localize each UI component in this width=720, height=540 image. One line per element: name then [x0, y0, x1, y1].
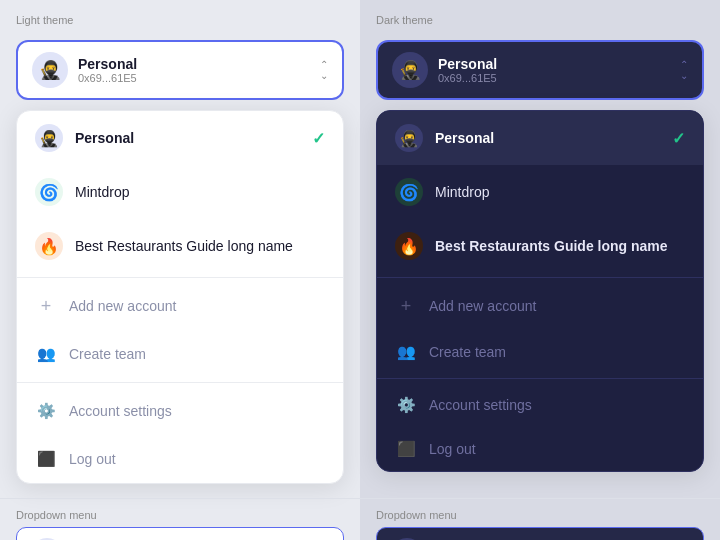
dark-settings-label: Account settings — [429, 397, 532, 413]
light-restaurants-label: Best Restaurants Guide long name — [75, 238, 325, 254]
personal-avatar-light: 🥷 — [35, 124, 63, 152]
check-icon-personal-light: ✓ — [312, 129, 325, 148]
bottom-dark-col: Dropdown menu 🥷 Personal ✓ — [360, 499, 720, 540]
bottom-light-trigger[interactable]: 🥷 Personal ✓ — [16, 527, 344, 540]
light-trigger-button[interactable]: 🥷 Personal 0x69...61E5 ⌃⌄ — [16, 40, 344, 100]
bottom-light-col: Dropdown menu 🥷 Personal ✓ — [0, 499, 360, 540]
divider-dark-1 — [377, 277, 703, 278]
dark-mintdrop-label: Mintdrop — [435, 184, 685, 200]
check-icon-personal-dark: ✓ — [672, 129, 685, 148]
dark-account-personal[interactable]: 🥷 Personal ✓ — [377, 111, 703, 165]
dark-chevron-icon: ⌃⌄ — [680, 59, 688, 81]
light-add-account[interactable]: + Add new account — [17, 282, 343, 330]
bottom-row: Dropdown menu 🥷 Personal ✓ Dropdown menu… — [0, 498, 720, 540]
dark-account-mintdrop[interactable]: 🌀 Mintdrop — [377, 165, 703, 219]
dark-add-account[interactable]: + Add new account — [377, 282, 703, 330]
light-trigger-address: 0x69...61E5 — [78, 72, 310, 84]
light-account-settings[interactable]: ⚙️ Account settings — [17, 387, 343, 435]
dark-create-team[interactable]: 👥 Create team — [377, 330, 703, 374]
bottom-dark-label: Dropdown menu — [376, 509, 704, 521]
light-theme-column: Light theme 🥷 Personal 0x69...61E5 ⌃⌄ 🥷 … — [0, 0, 360, 498]
light-account-restaurants[interactable]: 🔥 Best Restaurants Guide long name — [17, 219, 343, 273]
light-settings-label: Account settings — [69, 403, 172, 419]
dark-dropdown: 🥷 Personal ✓ 🌀 Mintdrop 🔥 Best Restauran… — [376, 110, 704, 472]
dark-trigger-button[interactable]: 🥷 Personal 0x69...61E5 ⌃⌄ — [376, 40, 704, 100]
chevron-updown-icon: ⌃⌄ — [320, 59, 328, 81]
dark-avatar: 🥷 — [392, 52, 428, 88]
plus-icon-light: + — [35, 295, 57, 317]
light-create-team[interactable]: 👥 Create team — [17, 330, 343, 378]
dark-trigger-address: 0x69...61E5 — [438, 72, 670, 84]
team-icon-light: 👥 — [35, 343, 57, 365]
light-mintdrop-label: Mintdrop — [75, 184, 325, 200]
dark-trigger-name: Personal — [438, 56, 670, 72]
restaurants-avatar-dark: 🔥 — [395, 232, 423, 260]
mintdrop-avatar-dark: 🌀 — [395, 178, 423, 206]
bottom-light-label: Dropdown menu — [16, 509, 344, 521]
dark-trigger-info: Personal 0x69...61E5 — [438, 56, 670, 84]
restaurants-avatar-light: 🔥 — [35, 232, 63, 260]
divider-light-2 — [17, 382, 343, 383]
dark-account-restaurants[interactable]: 🔥 Best Restaurants Guide long name — [377, 219, 703, 273]
dark-logout-label: Log out — [429, 441, 476, 457]
light-add-account-label: Add new account — [69, 298, 176, 314]
light-personal-label: Personal — [75, 130, 300, 146]
light-dropdown: 🥷 Personal ✓ 🌀 Mintdrop 🔥 Best Restauran… — [16, 110, 344, 484]
dark-log-out[interactable]: ⬛ Log out — [377, 427, 703, 471]
dark-theme-column: Dark theme 🥷 Personal 0x69...61E5 ⌃⌄ 🥷 P… — [360, 0, 720, 498]
mintdrop-avatar-light: 🌀 — [35, 178, 63, 206]
dark-account-settings[interactable]: ⚙️ Account settings — [377, 383, 703, 427]
plus-icon-dark: + — [395, 295, 417, 317]
light-account-personal[interactable]: 🥷 Personal ✓ — [17, 111, 343, 165]
dark-restaurants-label: Best Restaurants Guide long name — [435, 238, 685, 254]
light-trigger-name: Personal — [78, 56, 310, 72]
light-theme-label: Light theme — [16, 14, 344, 26]
logout-icon-light: ⬛ — [35, 448, 57, 470]
dark-theme-label: Dark theme — [376, 14, 704, 26]
personal-avatar-dark: 🥷 — [395, 124, 423, 152]
light-create-team-label: Create team — [69, 346, 146, 362]
light-account-mintdrop[interactable]: 🌀 Mintdrop — [17, 165, 343, 219]
light-trigger-info: Personal 0x69...61E5 — [78, 56, 310, 84]
bottom-dark-trigger[interactable]: 🥷 Personal ✓ — [376, 527, 704, 540]
divider-light-1 — [17, 277, 343, 278]
dark-create-team-label: Create team — [429, 344, 506, 360]
divider-dark-2 — [377, 378, 703, 379]
dark-personal-label: Personal — [435, 130, 660, 146]
gear-icon-light: ⚙️ — [35, 400, 57, 422]
dark-add-account-label: Add new account — [429, 298, 536, 314]
light-logout-label: Log out — [69, 451, 116, 467]
logout-icon-dark: ⬛ — [395, 440, 417, 458]
light-avatar: 🥷 — [32, 52, 68, 88]
team-icon-dark: 👥 — [395, 343, 417, 361]
light-log-out[interactable]: ⬛ Log out — [17, 435, 343, 483]
gear-icon-dark: ⚙️ — [395, 396, 417, 414]
